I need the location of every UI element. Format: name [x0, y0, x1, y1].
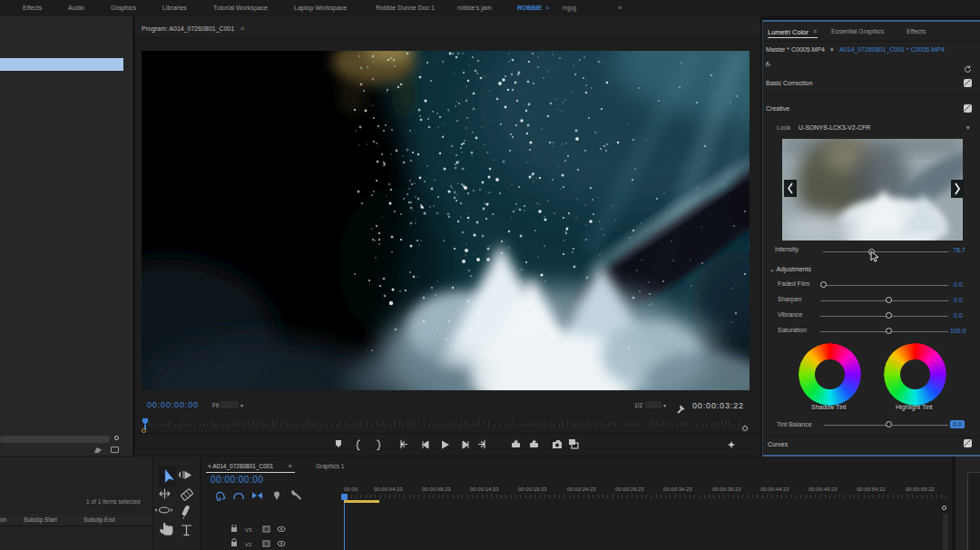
svg-text:V2: V2	[245, 542, 252, 547]
svg-text:V3: V3	[245, 527, 252, 533]
